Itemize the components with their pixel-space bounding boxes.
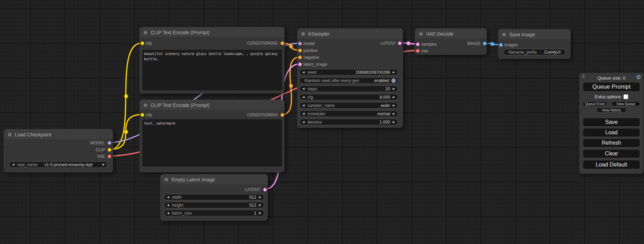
random-seed-widget[interactable]: Random seed after every gen enabled: [299, 77, 398, 84]
model-input-port[interactable]: [298, 42, 302, 45]
comfyui-canvas[interactable]: { "glyphs": { "left_arrow": "◀", "right_…: [0, 0, 644, 244]
node-title-bar[interactable]: CLIP Text Encode (Prompt): [140, 27, 284, 38]
increment-arrow[interactable]: ▶: [390, 69, 398, 75]
load-button[interactable]: Load: [583, 128, 640, 137]
negative-input-port[interactable]: [298, 56, 302, 59]
denoise-widget[interactable]: ◀ denoise 1.000 ▶: [299, 119, 398, 125]
node-status-dot: [165, 178, 168, 181]
decrement-arrow[interactable]: ◀: [164, 194, 172, 200]
ckpt-name-widget[interactable]: ◀ ckpt_name v1-5-pruned-emaonly.ckpt ▶: [9, 161, 108, 168]
images-input-port[interactable]: [499, 43, 503, 47]
extra-options-checkbox[interactable]: [624, 94, 628, 99]
samples-input-port[interactable]: [416, 43, 420, 46]
widget-label: sampler_name: [307, 103, 335, 108]
load-default-button[interactable]: Load Default: [583, 160, 640, 169]
node-ksampler[interactable]: KSampler model positive negative latent_…: [297, 28, 403, 128]
node-save-image[interactable]: Save Image images filename_prefix ComfyU…: [498, 29, 571, 59]
refresh-button[interactable]: Refresh: [583, 138, 640, 147]
increment-arrow[interactable]: ▶: [256, 194, 264, 200]
view-queue-button[interactable]: View Queue: [611, 101, 640, 106]
vae-input-port[interactable]: [416, 49, 420, 53]
latent-output-port[interactable]: [263, 188, 267, 191]
cfg-widget[interactable]: ◀ cfg 8.000 ▶: [299, 94, 398, 100]
view-history-button[interactable]: View History: [597, 108, 626, 112]
node-title-bar[interactable]: CLIP Text Encode (Prompt): [140, 100, 284, 110]
node-title-bar[interactable]: Empty Latent Image: [161, 174, 267, 185]
latent-output-port[interactable]: [398, 42, 402, 45]
width-widget[interactable]: ◀ width 512 ▶: [164, 194, 264, 200]
clip-output-port[interactable]: [108, 148, 111, 152]
widget-label: ckpt_name: [17, 162, 37, 167]
widget-value: 156680208700286: [355, 70, 390, 75]
node-title-bar[interactable]: VAE Decode: [415, 29, 486, 39]
port-label-latent: LATENT: [245, 187, 261, 192]
toggle-knob[interactable]: [391, 78, 396, 83]
save-button[interactable]: Save: [583, 118, 640, 127]
decrement-arrow[interactable]: ◀: [300, 86, 307, 92]
node-clip-encode-positive[interactable]: CLIP Text Encode (Prompt) clip CONDITION…: [140, 27, 284, 93]
prev-value-arrow[interactable]: ◀: [300, 111, 307, 117]
image-output-port[interactable]: [483, 42, 486, 45]
widget-value: ComfyUI: [544, 50, 561, 55]
vae-output-port[interactable]: [108, 155, 111, 158]
queue-prompt-button[interactable]: Queue Prompt: [583, 82, 640, 92]
node-status-dot: [502, 33, 506, 36]
node-title-bar[interactable]: Save Image: [499, 29, 570, 40]
increment-arrow[interactable]: ▶: [390, 94, 398, 100]
increment-arrow[interactable]: ▶: [256, 210, 264, 216]
widget-label: denoise: [307, 120, 322, 125]
node-title-bar[interactable]: Load Checkpoint: [4, 129, 113, 140]
queue-front-button[interactable]: Queue Front: [583, 101, 607, 106]
queue-size-label: Queue size: 0: [579, 75, 644, 81]
scheduler-widget[interactable]: ◀ scheduler normal ▶: [299, 110, 398, 117]
latent-image-input-port[interactable]: [298, 63, 302, 66]
widget-value: 1: [254, 211, 256, 216]
node-title: VAE Decode: [426, 31, 453, 37]
prev-value-arrow[interactable]: ◀: [9, 162, 17, 168]
widget-label: width: [172, 195, 182, 200]
model-output-port[interactable]: [108, 141, 111, 145]
prev-value-arrow[interactable]: ◀: [300, 102, 307, 108]
clip-input-port[interactable]: [141, 113, 144, 117]
filename-prefix-widget[interactable]: filename_prefix ComfyUI: [503, 49, 566, 55]
next-value-arrow[interactable]: ▶: [390, 111, 398, 117]
widget-value: enabled: [374, 78, 389, 83]
decrement-arrow[interactable]: ◀: [300, 94, 307, 100]
node-vae-decode[interactable]: VAE Decode samples vae IMAGE: [415, 28, 487, 55]
increment-arrow[interactable]: ▶: [390, 119, 398, 125]
height-widget[interactable]: ◀ height 512 ▶: [164, 202, 264, 208]
decrement-arrow[interactable]: ◀: [300, 119, 307, 125]
decrement-arrow[interactable]: ◀: [300, 69, 307, 75]
node-clip-encode-negative[interactable]: CLIP Text Encode (Prompt) clip CONDITION…: [140, 100, 284, 172]
sampler-name-widget[interactable]: ◀ sampler_name euler ▶: [299, 102, 398, 109]
node-title-bar[interactable]: KSampler: [298, 29, 403, 39]
decrement-arrow[interactable]: ◀: [164, 202, 172, 208]
node-load-checkpoint[interactable]: Load Checkpoint MODEL CLIP VAE ◀ ckpt_na…: [4, 129, 113, 172]
seed-widget[interactable]: ◀ seed 156680208700286 ▶: [299, 69, 398, 75]
conditioning-output-port[interactable]: [281, 42, 284, 45]
node-status-dot: [8, 133, 11, 136]
increment-arrow[interactable]: ▶: [256, 202, 264, 208]
next-value-arrow[interactable]: ▶: [390, 102, 398, 108]
clear-button[interactable]: Clear: [583, 149, 640, 158]
next-value-arrow[interactable]: ▶: [100, 162, 107, 168]
widget-label: scheduler: [307, 111, 325, 116]
conditioning-output-port[interactable]: [281, 113, 284, 117]
batch-size-widget[interactable]: ◀ batch_size 1 ▶: [164, 210, 264, 216]
increment-arrow[interactable]: ▶: [390, 86, 398, 92]
port-label-vae: VAE: [97, 154, 105, 159]
widget-label: steps: [307, 87, 317, 91]
positive-input-port[interactable]: [298, 49, 302, 52]
gear-icon[interactable]: ⚙: [636, 74, 641, 81]
decrement-arrow[interactable]: ◀: [164, 210, 172, 216]
prompt-textarea[interactable]: text, watermark: [142, 119, 282, 166]
node-empty-latent-image[interactable]: Empty Latent Image LATENT ◀ width 512 ▶ …: [160, 174, 268, 221]
steps-widget[interactable]: ◀ steps 20 ▶: [299, 85, 398, 92]
widget-value: 512: [249, 195, 256, 200]
queue-panel[interactable]: ⠿ Queue size: 0 ⚙ Queue Prompt Extra opt…: [579, 73, 644, 174]
widget-value: 20: [385, 87, 390, 91]
clip-input-port[interactable]: [141, 42, 144, 45]
widget-value: euler: [381, 103, 390, 108]
node-title: KSampler: [308, 31, 329, 37]
prompt-textarea[interactable]: beautiful scenery nature glass bottle la…: [142, 50, 282, 90]
